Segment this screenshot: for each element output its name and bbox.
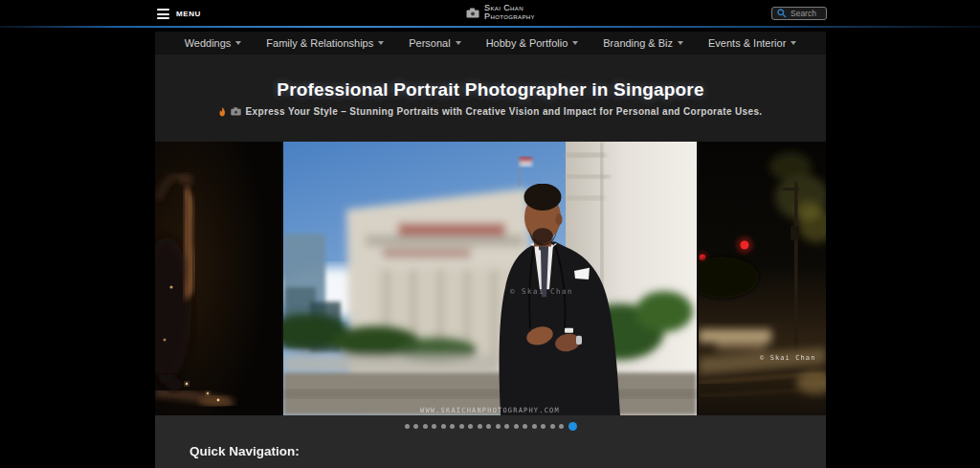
nav-item-family-relationships[interactable]: Family & Relationships — [266, 37, 384, 49]
carousel-dot-19[interactable] — [568, 422, 577, 431]
carousel-dot-8[interactable] — [468, 424, 473, 429]
nav-item-branding-biz[interactable]: Branding & Biz — [603, 37, 683, 49]
carousel-dot-14[interactable] — [523, 424, 527, 429]
watermark-right: © Skai Chan — [760, 354, 815, 362]
carousel-slide-active[interactable]: © Skai Chan WWW.SKAICHANPHOTOGRAPHY.COM — [283, 142, 697, 415]
carousel-dot-5[interactable] — [441, 424, 446, 429]
search-icon — [777, 9, 787, 18]
carousel-dot-16[interactable] — [541, 424, 546, 429]
camera-icon — [466, 8, 479, 18]
hero-section: Professional Portrait Photographer in Si… — [155, 55, 826, 142]
carousel-dots — [155, 419, 826, 433]
bottom-section: Quick Navigation: — [155, 415, 826, 468]
flame-icon — [219, 107, 226, 117]
site-logo[interactable]: Skai Chan Photography — [466, 4, 535, 21]
carousel-dot-12[interactable] — [504, 424, 509, 429]
carousel-dot-6[interactable] — [450, 424, 455, 429]
top-bar: MENU Skai Chan Photography Search — [0, 0, 980, 26]
search-input[interactable]: Search — [771, 7, 827, 20]
logo-line2: Photography — [484, 12, 535, 21]
carousel-dot-4[interactable] — [432, 424, 436, 429]
watermark-center: © Skai Chan — [510, 287, 573, 296]
menu-label: MENU — [176, 10, 201, 18]
page: MENU Skai Chan Photography Search Weddi — [0, 0, 980, 468]
carousel-dot-3[interactable] — [423, 424, 428, 429]
carousel-dot-10[interactable] — [486, 424, 491, 429]
carousel-dot-18[interactable] — [559, 424, 564, 429]
hero-carousel: © Skai Chan WWW.SKAICHANPHOTOGRAPHY.COM — [155, 142, 826, 415]
carousel-dot-13[interactable] — [514, 424, 519, 429]
watermark-bottom: WWW.SKAICHANPHOTOGRAPHY.COM — [420, 406, 560, 414]
nav-item-weddings[interactable]: Weddings — [185, 37, 242, 49]
carousel-slide-next[interactable]: © Skai Chan — [699, 142, 826, 415]
nav-item-events-interior[interactable]: Events & Interior — [708, 37, 796, 49]
logo-text: Skai Chan Photography — [484, 4, 535, 21]
carousel-slide-previous[interactable] — [155, 142, 281, 415]
nav-item-personal[interactable]: Personal — [409, 37, 460, 49]
carousel-dot-17[interactable] — [550, 424, 555, 429]
quick-navigation-heading: Quick Navigation: — [189, 444, 300, 458]
carousel-dot-15[interactable] — [532, 424, 537, 429]
camera-icon — [231, 107, 241, 116]
hero-subtitle: Express Your Style – Stunning Portraits … — [246, 106, 763, 117]
hamburger-icon — [157, 9, 169, 19]
nav-item-hobby-portfolio[interactable]: Hobby & Portfolio — [486, 37, 579, 49]
carousel-dot-7[interactable] — [459, 424, 464, 429]
carousel-dot-1[interactable] — [405, 424, 410, 429]
page-title: Professional Portrait Photographer in Si… — [155, 79, 826, 100]
content-column: Weddings Family & Relationships Personal… — [155, 28, 826, 468]
carousel-dot-11[interactable] — [496, 424, 501, 429]
main-navigation: Weddings Family & Relationships Personal… — [155, 32, 826, 55]
carousel-dot-9[interactable] — [478, 424, 482, 429]
hero-subtitle-row: Express Your Style – Stunning Portraits … — [155, 106, 826, 117]
search-placeholder: Search — [791, 9, 816, 18]
menu-button[interactable]: MENU — [157, 9, 201, 19]
carousel-dot-2[interactable] — [413, 424, 418, 429]
